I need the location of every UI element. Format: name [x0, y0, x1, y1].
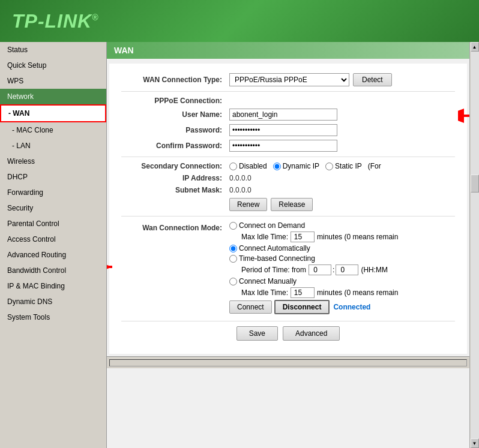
secondary-connection-label: Secondary Connection: — [121, 162, 229, 170]
pppoe-section-label: PPPoE Connection: — [121, 97, 229, 105]
connect-on-demand-radio[interactable] — [229, 222, 237, 230]
time-format-label: (HH:MM — [361, 266, 388, 274]
connect-automatically-option[interactable]: Connect Automatically — [229, 244, 310, 252]
wan-title: WAN — [107, 42, 469, 59]
secondary-static-option[interactable]: Static IP — [325, 162, 362, 170]
secondary-dynamic-label: Dynamic IP — [283, 162, 319, 170]
username-value-container — [229, 109, 337, 121]
subnet-mask-row: Subnet Mask: 0.0.0.0 — [121, 186, 455, 194]
max-idle-time-2-input[interactable] — [291, 287, 315, 298]
username-row: User Name: — [121, 109, 455, 121]
connect-on-demand-option[interactable]: Connect on Demand — [229, 221, 305, 230]
content-area: WAN WAN Connection Type: PPPoE/Russia PP… — [107, 42, 469, 448]
scroll-thumb[interactable] — [471, 175, 479, 193]
detect-button[interactable]: Detect — [353, 73, 392, 86]
sidebar-item-wireless[interactable]: Wireless — [0, 154, 106, 169]
time-colon: : — [333, 266, 334, 274]
max-idle-time-2-row: Max Idle Time: minutes (0 means remain — [229, 287, 398, 298]
action-buttons-row: Save Advanced — [121, 326, 455, 341]
time-based-option[interactable]: Time-based Connecting — [229, 254, 315, 263]
sidebar-item-network[interactable]: Network — [0, 89, 106, 104]
renew-button[interactable]: Renew — [229, 198, 267, 211]
connect-button[interactable]: Connect — [229, 300, 272, 314]
scroll-up-button[interactable]: ▲ — [471, 42, 479, 52]
sidebar-item-forwarding[interactable]: Forwarding — [0, 185, 106, 200]
release-button[interactable]: Release — [271, 198, 313, 211]
secondary-dynamic-radio[interactable] — [273, 163, 281, 170]
sidebar-item-access-control[interactable]: Access Control — [0, 231, 106, 247]
sidebar-item-lan[interactable]: - LAN — [0, 138, 106, 154]
save-button[interactable]: Save — [236, 326, 278, 341]
header: TP-LINK® — [0, 0, 479, 42]
connection-type-label: WAN Connection Type: — [121, 76, 229, 84]
connection-type-value: PPPoE/Russia PPPoE Detect — [229, 73, 392, 86]
subnet-mask-value: 0.0.0.0 — [229, 186, 252, 194]
time-based-radio[interactable] — [229, 255, 237, 263]
sidebar-item-dynamic-dns[interactable]: Dynamic DNS — [0, 294, 106, 309]
bottom-scrollbar — [107, 356, 469, 368]
max-idle-time-2-suffix: minutes (0 means remain — [317, 288, 398, 297]
scroll-down-button[interactable]: ▼ — [471, 438, 479, 448]
wan-connection-mode-options: Connect on Demand Max Idle Time: minutes… — [229, 221, 398, 316]
ip-address-row: IP Address: 0.0.0.0 — [121, 174, 455, 182]
confirm-password-input[interactable] — [229, 140, 337, 152]
arrow-connect-auto — [107, 255, 118, 279]
connection-type-row: WAN Connection Type: PPPoE/Russia PPPoE … — [121, 73, 455, 86]
max-idle-time-1-row: Max Idle Time: minutes (0 means remain — [229, 231, 398, 242]
sidebar-item-mac-clone[interactable]: - MAC Clone — [0, 122, 106, 138]
sidebar-item-wps[interactable]: WPS — [0, 73, 106, 89]
sidebar-item-system-tools[interactable]: System Tools — [0, 309, 106, 325]
connection-type-select[interactable]: PPPoE/Russia PPPoE — [229, 73, 349, 86]
time-to-input[interactable] — [336, 264, 358, 275]
secondary-disabled-option[interactable]: Disabled — [229, 162, 267, 170]
connect-disconnect-row: Connect Disconnect Connected — [229, 300, 398, 314]
password-input[interactable] — [229, 124, 337, 136]
sidebar-item-ip-mac-binding[interactable]: IP & MAC Binding — [0, 278, 106, 294]
ip-address-value: 0.0.0.0 — [229, 174, 252, 182]
arrow-username — [458, 104, 469, 128]
subnet-mask-text: 0.0.0.0 — [229, 186, 252, 194]
wan-connection-mode-row: Wan Connection Mode: Connect on Demand — [121, 221, 455, 316]
right-scrollbar[interactable]: ▲ ▼ — [469, 42, 479, 448]
sidebar-item-security[interactable]: Security — [0, 200, 106, 216]
username-input[interactable] — [229, 109, 337, 121]
secondary-connection-row: Secondary Connection: Disabled Dynamic I… — [121, 162, 455, 170]
sidebar: Status Quick Setup WPS Network - WAN - M… — [0, 42, 107, 448]
connect-manually-option[interactable]: Connect Manually — [229, 277, 297, 285]
secondary-disabled-label: Disabled — [239, 162, 267, 170]
ip-address-label: IP Address: — [121, 174, 229, 182]
wan-connection-mode-label: Wan Connection Mode: — [121, 221, 229, 232]
connect-manually-radio[interactable] — [229, 278, 237, 285]
sidebar-item-parental-control[interactable]: Parental Control — [0, 216, 106, 231]
secondary-disabled-radio[interactable] — [229, 163, 237, 170]
logo-dot: ® — [92, 13, 98, 22]
connect-automatically-radio[interactable] — [229, 245, 237, 252]
secondary-dynamic-option[interactable]: Dynamic IP — [273, 162, 319, 170]
connect-on-demand-row: Connect on Demand — [229, 221, 398, 230]
max-idle-time-1-input[interactable] — [291, 231, 315, 242]
renew-release-buttons: Renew Release — [229, 198, 313, 211]
connect-automatically-row: Connect Automatically — [229, 244, 398, 252]
ip-address-text: 0.0.0.0 — [229, 174, 252, 182]
sidebar-item-status[interactable]: Status — [0, 42, 106, 58]
sidebar-item-advanced-routing[interactable]: Advanced Routing — [0, 247, 106, 263]
connected-status: Connected — [333, 303, 370, 311]
wan-form: WAN Connection Type: PPPoE/Russia PPPoE … — [109, 64, 467, 354]
max-idle-time-2-label: Max Idle Time: — [241, 288, 288, 297]
sidebar-item-bandwidth-control[interactable]: Bandwidth Control — [0, 263, 106, 278]
period-of-time-row: Period of Time: from : (HH:MM — [229, 264, 398, 275]
disconnect-button[interactable]: Disconnect — [274, 300, 330, 314]
password-label: Password: — [121, 126, 229, 134]
secondary-static-label: Static IP — [335, 162, 362, 170]
advanced-button[interactable]: Advanced — [283, 326, 340, 341]
sidebar-item-wan[interactable]: - WAN — [0, 104, 106, 122]
period-of-time-label: Period of Time: from — [241, 266, 306, 274]
username-label: User Name: — [121, 110, 229, 119]
secondary-connection-options: Disabled Dynamic IP Static IP (For — [229, 162, 381, 170]
secondary-static-radio[interactable] — [325, 163, 333, 170]
time-based-label: Time-based Connecting — [239, 254, 315, 263]
sidebar-item-dhcp[interactable]: DHCP — [0, 169, 106, 185]
connect-on-demand-label: Connect on Demand — [239, 221, 305, 230]
time-from-input[interactable] — [309, 264, 331, 275]
sidebar-item-quick-setup[interactable]: Quick Setup — [0, 58, 106, 73]
